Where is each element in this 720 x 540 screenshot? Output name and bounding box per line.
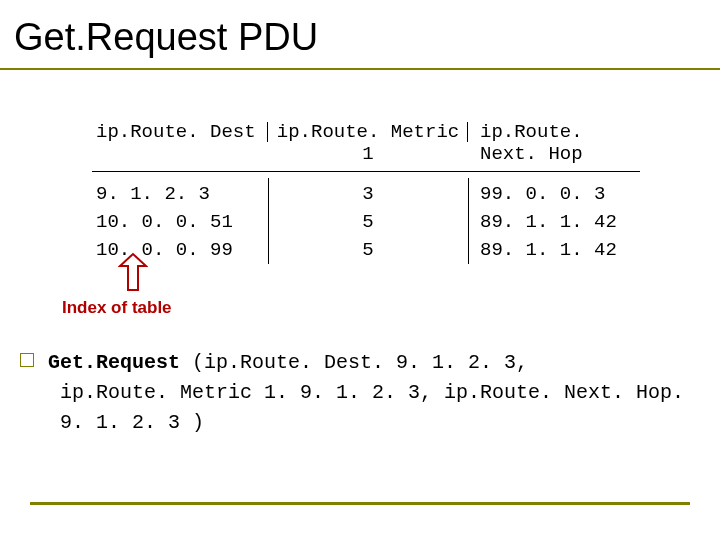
cell-dest: 9. 1. 2. 3 [92,180,268,208]
table-row: 10. 0. 0. 99 5 89. 1. 1. 42 [92,236,640,264]
table-header-row: ip.Route. Dest ip.Route. Metric 1 ip.Rou… [92,120,640,169]
getrequest-example: Get.Request (ip.Route. Dest. 9. 1. 2. 3,… [20,348,700,438]
footer-line [30,502,690,505]
cell-dest: 10. 0. 0. 51 [92,208,268,236]
cell-nexthop: 89. 1. 1. 42 [468,208,640,236]
table-row: 10. 0. 0. 51 5 89. 1. 1. 42 [92,208,640,236]
example-line-2: ip.Route. Metric 1. 9. 1. 2. 3, ip.Route… [20,378,700,438]
arrow-up-icon [118,252,148,296]
cell-metric: 3 [268,180,468,208]
slide: Get.Request PDU ip.Route. Dest ip.Route.… [0,0,720,540]
table-header-underline [92,171,640,172]
cell-nexthop: 99. 0. 0. 3 [468,180,640,208]
request-keyword: Get.Request [48,351,192,374]
title-underline [0,68,720,70]
cell-nexthop: 89. 1. 1. 42 [468,236,640,264]
table-row: 9. 1. 2. 3 3 99. 0. 0. 3 [92,180,640,208]
example-line-1: Get.Request (ip.Route. Dest. 9. 1. 2. 3, [20,348,700,378]
routing-table: ip.Route. Dest ip.Route. Metric 1 ip.Rou… [92,120,640,264]
bullet-icon [20,353,34,367]
request-args-1: (ip.Route. Dest. 9. 1. 2. 3, [192,351,528,374]
page-title: Get.Request PDU [14,16,318,59]
cell-metric: 5 [268,208,468,236]
table-body: 9. 1. 2. 3 3 99. 0. 0. 3 10. 0. 0. 51 5 … [92,180,640,264]
col-header-metric: ip.Route. Metric 1 [268,120,468,169]
col-header-dest: ip.Route. Dest [92,120,268,169]
cell-metric: 5 [268,236,468,264]
index-of-table-caption: Index of table [62,298,172,318]
col-header-nexthop: ip.Route. Next. Hop [468,120,640,169]
